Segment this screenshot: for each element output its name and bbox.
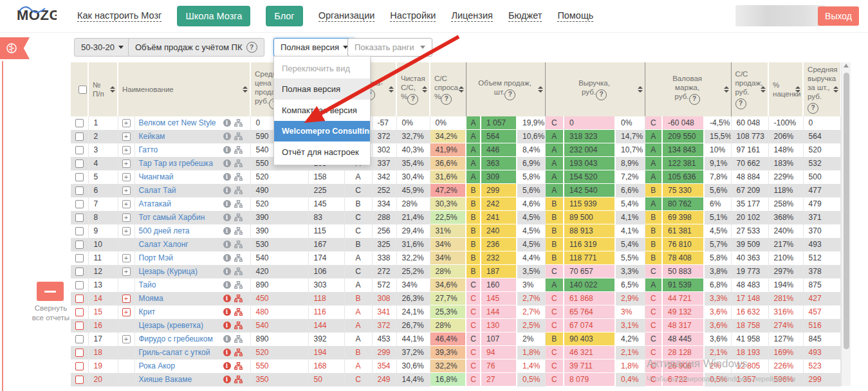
row-checkbox[interactable] bbox=[75, 186, 84, 195]
expand-icon[interactable]: + bbox=[122, 173, 131, 181]
item-name-link[interactable]: Порт Мэй bbox=[139, 253, 174, 262]
info-icon[interactable]: i bbox=[223, 132, 231, 140]
menu-item[interactable]: Welcomepro Consulting bbox=[274, 121, 370, 141]
row-checkbox[interactable] bbox=[75, 362, 84, 370]
row-checkbox[interactable] bbox=[75, 132, 84, 141]
expand-icon[interactable]: + bbox=[122, 119, 131, 127]
info-icon[interactable]: i bbox=[223, 173, 231, 181]
modifiers-tree-icon[interactable] bbox=[234, 376, 243, 383]
col-header-markup[interactable]: % наценки bbox=[768, 62, 803, 116]
brain-flag-badge[interactable] bbox=[0, 37, 30, 59]
item-name-link[interactable]: Цезарь (креветка) bbox=[139, 321, 204, 330]
info-icon[interactable]: i bbox=[223, 362, 231, 370]
expand-icon[interactable]: + bbox=[122, 295, 131, 303]
row-checkbox[interactable] bbox=[75, 335, 84, 343]
sort-icon[interactable] bbox=[724, 86, 729, 93]
row-checkbox[interactable] bbox=[75, 322, 84, 330]
modifiers-tree-icon[interactable] bbox=[234, 159, 243, 167]
nav-item-как-настроить-мозг[interactable]: Как настроить Мозг bbox=[77, 10, 162, 22]
info-icon[interactable]: i bbox=[223, 349, 231, 356]
sales-mode-button[interactable]: Объём продаж с учётом ПК ? bbox=[128, 38, 264, 57]
item-name-link[interactable]: Салат Халонг bbox=[139, 240, 189, 249]
item-name-link[interactable]: Гатто bbox=[139, 145, 158, 154]
sort-icon[interactable] bbox=[538, 86, 543, 93]
menu-item[interactable]: Отчёт для настроек bbox=[274, 141, 370, 163]
info-icon[interactable]: i bbox=[223, 268, 231, 275]
row-checkbox[interactable] bbox=[75, 349, 84, 357]
modifiers-tree-icon[interactable] bbox=[234, 362, 243, 370]
nav-item-настройки[interactable]: Настройки bbox=[390, 10, 436, 22]
sort-icon[interactable] bbox=[422, 86, 427, 93]
sort-icon[interactable] bbox=[833, 86, 838, 93]
row-checkbox[interactable] bbox=[75, 268, 84, 276]
col-header-avg-unit-revenue[interactable]: Средняя выручка за шт., руб.? bbox=[803, 62, 840, 116]
info-icon[interactable]: i bbox=[223, 186, 231, 194]
view-dropdown-button[interactable]: Полная версия bbox=[273, 38, 355, 57]
item-name-link[interactable]: Кейкам bbox=[139, 132, 165, 141]
sort-icon[interactable] bbox=[638, 86, 643, 93]
info-icon[interactable]: i bbox=[223, 308, 231, 316]
info-icon[interactable]: i bbox=[223, 322, 231, 329]
sort-icon[interactable] bbox=[459, 86, 464, 93]
row-checkbox[interactable] bbox=[75, 241, 84, 249]
item-name-link[interactable]: Чиангмай bbox=[139, 172, 174, 181]
item-name-link[interactable]: Тар Тар из гребешка bbox=[139, 159, 213, 168]
nav-item-организации[interactable]: Организации bbox=[319, 10, 375, 22]
menu-item[interactable]: Полная версия bbox=[274, 78, 370, 100]
expand-icon[interactable]: + bbox=[122, 159, 131, 168]
sort-icon[interactable] bbox=[110, 86, 115, 93]
row-checkbox[interactable] bbox=[75, 254, 84, 262]
item-name-link[interactable]: 500 дней лета bbox=[139, 226, 190, 235]
modifiers-tree-icon[interactable] bbox=[234, 268, 243, 275]
mozg-logo[interactable]: MOZG bbox=[17, 3, 57, 29]
help-icon[interactable]: ? bbox=[689, 94, 700, 105]
modifiers-tree-icon[interactable] bbox=[234, 214, 243, 221]
expand-icon[interactable]: + bbox=[122, 308, 131, 316]
row-checkbox[interactable] bbox=[75, 281, 84, 289]
row-checkbox[interactable] bbox=[75, 146, 84, 154]
info-icon[interactable]: i bbox=[223, 241, 231, 248]
vertical-scrollbar[interactable] bbox=[841, 62, 851, 386]
expand-icon[interactable]: + bbox=[122, 214, 131, 222]
modifiers-tree-icon[interactable] bbox=[234, 119, 243, 127]
sort-icon[interactable] bbox=[243, 86, 248, 93]
item-name-link[interactable]: Гриль-салат с уткой bbox=[139, 348, 210, 357]
modifiers-tree-icon[interactable] bbox=[234, 349, 243, 356]
modifiers-tree-icon[interactable] bbox=[234, 186, 243, 194]
help-icon[interactable]: ? bbox=[246, 42, 257, 53]
logout-button[interactable]: Выход bbox=[818, 6, 859, 26]
col-header-demand-cost[interactable]: С/С спроса, %? bbox=[430, 62, 466, 116]
modifiers-tree-icon[interactable] bbox=[234, 254, 243, 262]
expand-icon[interactable]: + bbox=[122, 186, 131, 195]
col-header-net-cost[interactable]: Чистая С/С, %? bbox=[396, 62, 430, 116]
modifiers-tree-icon[interactable] bbox=[234, 308, 243, 316]
item-name-link[interactable]: Крит bbox=[139, 307, 156, 316]
menu-item[interactable]: Компактная версия bbox=[274, 100, 370, 121]
help-icon[interactable]: ? bbox=[504, 89, 515, 100]
scroll-up-icon[interactable] bbox=[844, 64, 849, 68]
item-name-link[interactable]: Тайо bbox=[139, 280, 156, 289]
row-checkbox[interactable] bbox=[75, 376, 84, 384]
modifiers-tree-icon[interactable] bbox=[234, 295, 243, 302]
item-name-link[interactable]: Ататакай bbox=[139, 199, 171, 208]
modifiers-tree-icon[interactable] bbox=[234, 281, 243, 289]
item-name-link[interactable]: Цезарь (Курица) bbox=[139, 267, 198, 276]
col-header-num[interactable]: № П/п bbox=[88, 62, 118, 116]
show-ranks-select[interactable]: Показать ранги bbox=[347, 38, 432, 57]
nav-item-бюджет[interactable]: Бюджет bbox=[508, 10, 542, 22]
sort-icon[interactable] bbox=[795, 86, 800, 93]
nav-item-блог[interactable]: Блог bbox=[266, 6, 302, 26]
info-icon[interactable]: i bbox=[223, 281, 231, 289]
item-name-link[interactable]: Фирудо с гребешком bbox=[139, 334, 213, 343]
col-header-gross-margin[interactable]: Валовая маржа, руб.? bbox=[645, 62, 731, 116]
info-icon[interactable]: i bbox=[223, 214, 231, 221]
row-checkbox[interactable] bbox=[75, 200, 84, 208]
row-checkbox[interactable] bbox=[75, 159, 84, 168]
item-name-link[interactable]: Мояма bbox=[139, 294, 163, 303]
modifiers-tree-icon[interactable] bbox=[234, 227, 243, 235]
collapse-all-reports-button[interactable] bbox=[37, 282, 64, 301]
item-name-link[interactable]: Хияше Вакаме bbox=[139, 375, 192, 384]
preset-dropdown-button[interactable]: 50-30-20 bbox=[74, 38, 131, 57]
nav-item-школа-мозга[interactable]: Школа Мозга bbox=[177, 6, 250, 26]
row-checkbox[interactable] bbox=[75, 214, 84, 222]
